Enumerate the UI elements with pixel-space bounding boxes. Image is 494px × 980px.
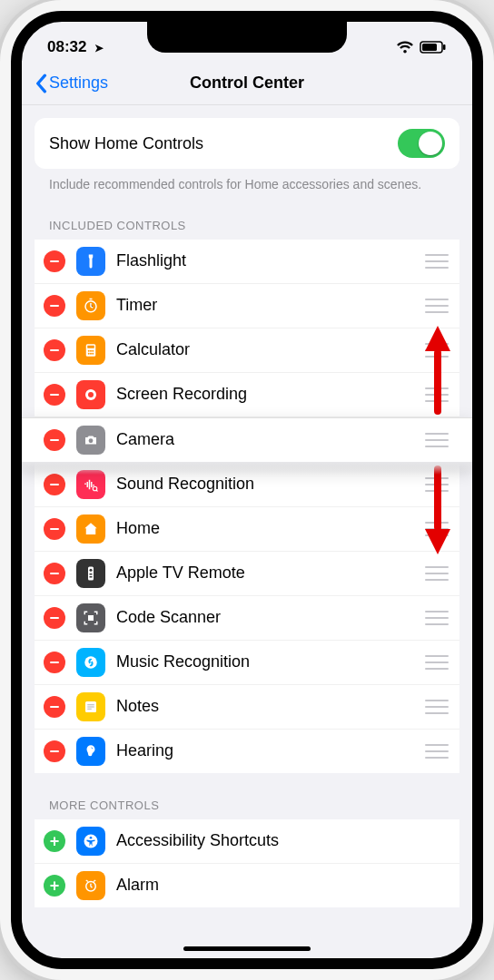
list-item[interactable]: Calculator [35,328,459,373]
battery-icon [420,41,447,54]
list-item-label: Music Recognition [116,652,414,671]
clock-text: 08:32 [47,38,86,55]
svg-rect-18 [90,573,93,575]
list-item-label: Hearing [116,741,414,760]
list-item[interactable]: Home [35,507,459,552]
content: Show Home Controls Include recommended c… [22,105,472,958]
svg-point-6 [88,350,90,352]
notch [147,22,347,53]
list-item[interactable]: Notes [35,685,459,730]
back-button[interactable]: Settings [35,62,108,104]
more-header: MORE CONTROLS [35,773,459,819]
remove-button[interactable] [44,474,65,495]
reorder-handle[interactable] [425,655,449,670]
list-item[interactable]: Screen Recording [35,373,459,417]
location-icon: ➤ [91,42,103,54]
list-item-label: Alarm [116,876,449,895]
svg-point-24 [90,837,93,839]
list-item-label: Flashlight [116,251,414,270]
reorder-handle[interactable] [425,700,449,714]
svg-point-10 [90,353,92,355]
page-title: Control Center [190,74,304,93]
list-item[interactable]: Apple TV Remote [35,552,459,596]
remove-button[interactable] [44,563,65,584]
remove-button[interactable] [44,607,65,629]
remove-button[interactable] [44,740,65,762]
reorder-handle[interactable] [425,522,449,536]
calculator-icon [76,336,105,365]
status-time: 08:32 ➤ [47,38,104,56]
list-item[interactable]: Alarm [35,864,459,907]
list-item-label: Accessibility Shortcuts [116,831,449,850]
list-item-label: Camera [116,430,414,449]
wifi-icon [396,40,414,54]
remove-button[interactable] [44,696,65,718]
list-item[interactable]: Timer [35,284,459,328]
list-item[interactable]: Code Scanner [35,596,459,641]
list-item[interactable]: Music Recognition [35,641,459,685]
remove-button[interactable] [44,384,65,406]
accessibility-icon [76,827,105,856]
remove-button[interactable] [44,429,65,451]
remove-button[interactable] [44,250,65,272]
add-button[interactable] [44,830,65,852]
svg-rect-5 [87,346,94,348]
show-home-controls-label: Show Home Controls [49,134,203,153]
reorder-handle[interactable] [425,387,449,402]
chevron-left-icon [35,74,47,93]
record-icon [76,380,105,409]
svg-point-7 [90,350,92,352]
device-frame: 08:32 ➤ Settings Control Center [0,0,494,980]
toggle-switch[interactable] [398,129,445,158]
included-header: INCLUDED CONTROLS [35,193,459,240]
list-item[interactable]: Accessibility Shortcuts [35,819,459,864]
home-controls-footer: Include recommended controls for Home ac… [35,169,459,193]
dragging-row-wrap: Camera [35,417,459,463]
list-item-label: Screen Recording [116,385,414,404]
reorder-handle[interactable] [425,433,449,447]
remove-button[interactable] [44,652,65,673]
qr-icon [76,603,105,632]
reorder-handle[interactable] [425,566,449,581]
reorder-handle[interactable] [425,477,449,492]
more-list: Accessibility ShortcutsAlarm [35,819,459,907]
list-item[interactable]: Hearing [35,730,459,773]
alarm-icon [76,871,105,900]
flashlight-icon [76,247,105,276]
camera-icon [76,426,105,455]
home-icon [76,514,105,544]
reorder-handle[interactable] [425,744,449,759]
remove-button[interactable] [44,295,65,317]
remove-button[interactable] [44,339,65,361]
svg-point-13 [88,392,94,397]
svg-point-11 [92,353,94,355]
svg-point-8 [92,350,94,352]
reorder-handle[interactable] [425,299,449,313]
list-item[interactable]: Camera [22,417,472,463]
home-indicator[interactable] [183,946,311,951]
nav-bar: Settings Control Center [22,62,472,105]
reorder-handle[interactable] [425,611,449,625]
svg-rect-19 [90,576,93,578]
ear-icon [76,737,105,766]
svg-point-9 [88,353,90,355]
home-controls-card: Show Home Controls [35,118,459,169]
screen: 08:32 ➤ Settings Control Center [22,22,472,958]
shazam-icon [76,648,105,677]
list-item-label: Code Scanner [116,608,414,627]
svg-rect-1 [422,44,437,51]
list-item-label: Calculator [116,340,414,359]
notes-icon [76,692,105,721]
list-item-label: Apple TV Remote [116,564,414,583]
list-item[interactable]: Flashlight [35,240,459,284]
svg-point-14 [89,438,94,443]
svg-point-17 [90,569,93,572]
reorder-handle[interactable] [425,343,449,358]
reorder-handle[interactable] [425,254,449,269]
timer-icon [76,291,105,320]
remove-button[interactable] [44,518,65,540]
show-home-controls-row[interactable]: Show Home Controls [35,118,459,169]
list-item-label: Timer [116,296,414,315]
list-item-label: Home [116,519,414,538]
add-button[interactable] [44,875,65,897]
